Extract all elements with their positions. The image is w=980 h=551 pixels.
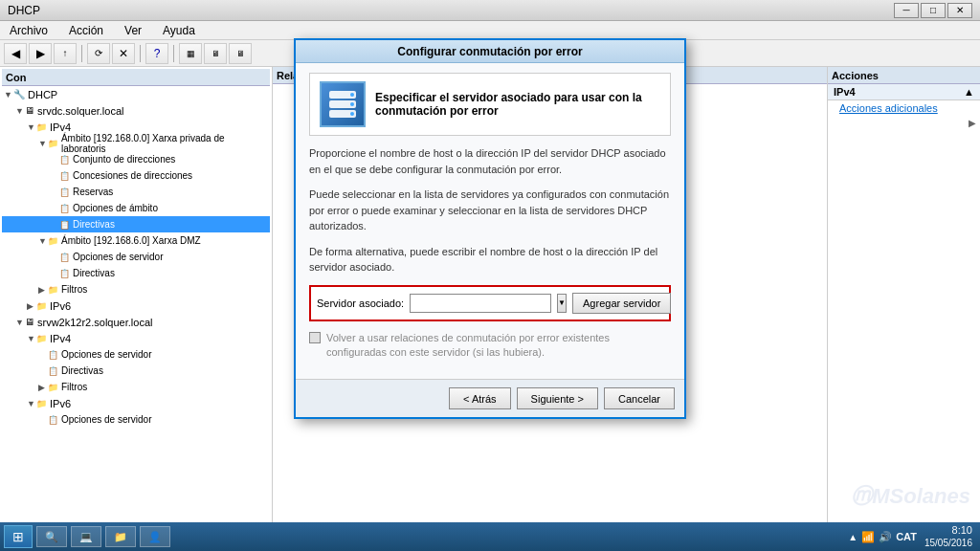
- modal-step-title: Especificar el servidor asociado para us…: [375, 91, 660, 118]
- svg-point-5: [350, 112, 354, 116]
- modal-step-header: Especificar el servidor asociado para us…: [309, 73, 671, 136]
- modal-desc2: Puede seleccionar en la lista de servido…: [309, 187, 671, 234]
- modal-checkbox-row: Volver a usar relaciones de conmutación …: [309, 331, 671, 361]
- windows-icon: ⊞: [12, 529, 24, 544]
- next-nav-button[interactable]: Siguiente >: [517, 387, 598, 409]
- user-icon: 👤: [148, 531, 162, 543]
- folder-icon: 📁: [114, 531, 127, 543]
- start-button[interactable]: ⊞: [4, 525, 33, 548]
- cancel-nav-button[interactable]: Cancelar: [604, 387, 675, 409]
- terminal-icon: 💻: [79, 531, 93, 543]
- server-label: Servidor asociado:: [317, 298, 404, 309]
- server-dropdown-btn[interactable]: ▼: [557, 294, 567, 313]
- search-taskbar-icon: 🔍: [45, 531, 58, 543]
- svg-point-4: [350, 102, 354, 106]
- modal-server-row: Servidor asociado: ▼ Agregar servidor: [309, 285, 671, 321]
- date-display: 15/05/2016: [924, 538, 972, 549]
- svg-point-3: [350, 93, 354, 97]
- modal-footer: < Atrás Siguiente > Cancelar: [296, 379, 684, 417]
- modal-title-bar: Configurar conmutación por error: [296, 40, 684, 63]
- keyboard-lang: CAT: [896, 531, 917, 542]
- server-icon-svg: [325, 87, 360, 121]
- system-tray: ▲ 📶 🔊 CAT: [848, 531, 917, 543]
- modal-dialog: Configurar conmutación por error Especif…: [294, 38, 686, 419]
- network-icon: 📶: [861, 531, 875, 543]
- time-display: 8:10: [952, 524, 972, 537]
- taskbar-right: ▲ 📶 🔊 CAT 8:10 15/05/2016: [848, 524, 976, 548]
- step-icon: [320, 81, 366, 127]
- volume-icon: 🔊: [879, 531, 892, 543]
- taskbar-app-folder[interactable]: 📁: [105, 526, 136, 547]
- taskbar-app-terminal[interactable]: 💻: [71, 526, 101, 547]
- add-server-button[interactable]: Agregar servidor: [572, 293, 671, 314]
- reuse-checkbox[interactable]: [309, 332, 321, 343]
- checkbox-label: Volver a usar relaciones de conmutación …: [326, 331, 671, 361]
- server-input[interactable]: [410, 294, 551, 313]
- modal-body: Especificar el servidor asociado para us…: [296, 63, 684, 379]
- back-nav-button[interactable]: < Atrás: [449, 387, 511, 409]
- modal-desc3: De forma alternativa, puede escribir el …: [309, 244, 671, 276]
- tray-arrow-icon[interactable]: ▲: [848, 532, 858, 542]
- modal-desc1: Proporcione el nombre de host o la direc…: [309, 145, 671, 177]
- taskbar-clock[interactable]: 8:10 15/05/2016: [924, 524, 972, 548]
- taskbar-app-user[interactable]: 👤: [140, 526, 170, 547]
- modal-overlay: Configurar conmutación por error Especif…: [0, 0, 980, 522]
- taskbar: ⊞ 🔍 💻 📁 👤 ▲ 📶 🔊 CAT 8:10 15/05/2016: [0, 522, 980, 551]
- modal-title: Configurar conmutación por error: [397, 45, 582, 58]
- taskbar-app-search[interactable]: 🔍: [36, 526, 67, 547]
